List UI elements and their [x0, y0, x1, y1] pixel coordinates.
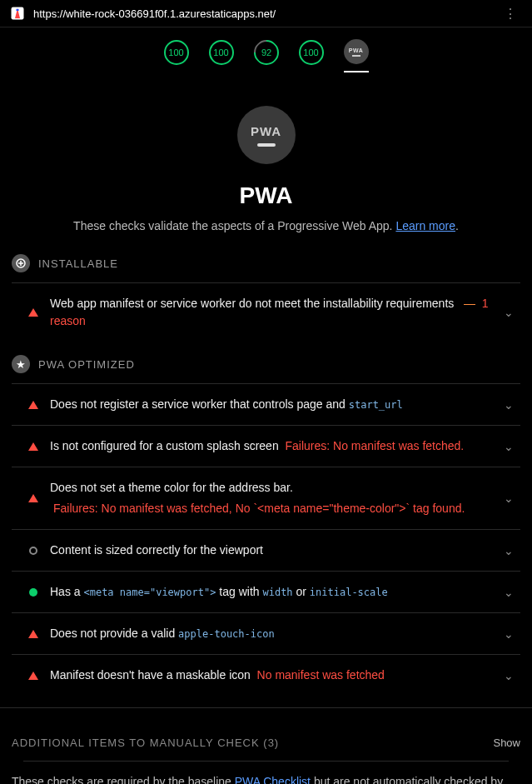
group-title: INSTALLABLE — [38, 257, 118, 270]
audit-text: Is not configured for a custom splash sc… — [50, 437, 492, 455]
fail-icon — [28, 630, 38, 638]
score-value: 100 — [303, 47, 318, 57]
chevron-down-icon: ⌄ — [504, 440, 514, 453]
audit-text: Manifest doesn't have a maskable icon No… — [50, 667, 492, 684]
tab-best-practices[interactable]: 92 — [254, 39, 279, 72]
score-value: 100 — [168, 47, 183, 57]
pwa-hero-badge: PWA — [237, 106, 296, 164]
group-header-optimized: ★ PWA OPTIMIZED — [12, 342, 520, 383]
neutral-icon — [28, 547, 38, 555]
plus-circle-icon — [12, 254, 30, 272]
audit-apple-touch-icon[interactable]: Does not provide a valid apple-touch-ico… — [12, 612, 520, 654]
hero-section: PWA PWA These checks validate the aspect… — [0, 81, 532, 241]
page-url: https://white-rock-036691f0f.1.azurestat… — [33, 7, 499, 20]
score-value: 100 — [213, 47, 228, 57]
page-subtitle: These checks validate the aspects of a P… — [0, 219, 532, 232]
chevron-down-icon: ⌄ — [504, 627, 514, 641]
audit-theme-color[interactable]: Does not set a theme color for the addre… — [12, 467, 520, 529]
chevron-down-icon: ⌄ — [504, 492, 514, 505]
pwa-checklist-link[interactable]: PWA Checklist — [235, 775, 311, 784]
chevron-down-icon: ⌄ — [504, 398, 514, 412]
chevron-down-icon: ⌄ — [504, 544, 514, 557]
menu-kebab-icon[interactable]: ⋮ — [499, 6, 522, 22]
additional-description: These checks are required by the baselin… — [12, 762, 520, 784]
chevron-down-icon: ⌄ — [504, 669, 514, 682]
star-circle-icon: ★ — [12, 355, 30, 373]
fail-icon — [28, 308, 38, 317]
additional-section: ADDITIONAL ITEMS TO MANUALLY CHECK (3) S… — [0, 707, 532, 784]
audit-content-viewport[interactable]: Content is sized correctly for the viewp… — [12, 529, 520, 571]
category-tabs: 100 100 92 100 PWA — [0, 27, 532, 81]
tab-accessibility[interactable]: 100 — [209, 39, 234, 72]
report-content: 100 100 92 100 PWA PWA PWA These checks … — [0, 27, 532, 784]
group-header-installable: INSTALLABLE — [12, 241, 520, 282]
topbar: https://white-rock-036691f0f.1.azurestat… — [0, 0, 532, 27]
fail-icon — [28, 494, 38, 502]
audit-maskable-icon[interactable]: Manifest doesn't have a maskable icon No… — [12, 654, 520, 696]
group-title: PWA OPTIMIZED — [38, 358, 135, 371]
audit-service-worker[interactable]: Does not register a service worker that … — [12, 383, 520, 425]
audit-text: Does not register a service worker that … — [50, 396, 492, 413]
tab-performance[interactable]: 100 — [164, 39, 189, 72]
audit-text: Content is sized correctly for the viewp… — [50, 542, 492, 559]
audit-meta-viewport[interactable]: Has a <meta name="viewport"> tag with wi… — [12, 571, 520, 612]
additional-title: ADDITIONAL ITEMS TO MANUALLY CHECK (3) — [12, 737, 279, 749]
audit-text: Web app manifest or service worker do no… — [50, 295, 492, 330]
tab-pwa[interactable]: PWA — [344, 39, 369, 72]
fail-icon — [28, 672, 38, 680]
svg-rect-2 — [17, 9, 19, 11]
pwa-badge-label: PWA — [251, 124, 281, 138]
installable-section: INSTALLABLE Web app manifest or service … — [0, 241, 532, 342]
score-value: 92 — [261, 47, 271, 57]
audit-text: Does not provide a valid apple-touch-ico… — [50, 625, 492, 642]
lighthouse-icon — [10, 6, 25, 21]
pass-icon — [28, 588, 38, 597]
audit-installability[interactable]: Web app manifest or service worker do no… — [12, 282, 520, 342]
fail-icon — [28, 442, 38, 451]
optimized-section: ★ PWA OPTIMIZED Does not register a serv… — [0, 342, 532, 696]
chevron-down-icon: ⌄ — [504, 306, 514, 319]
audit-text: Has a <meta name="viewport"> tag with wi… — [50, 583, 492, 601]
chevron-down-icon: ⌄ — [504, 586, 514, 599]
page-title: PWA — [0, 182, 532, 209]
tab-seo[interactable]: 100 — [299, 39, 324, 72]
learn-more-link[interactable]: Learn more — [395, 219, 455, 232]
fail-icon — [28, 401, 38, 409]
show-button[interactable]: Show — [493, 737, 520, 749]
pwa-badge-text: PWA — [349, 47, 363, 53]
audit-text: Does not set a theme color for the addre… — [50, 479, 492, 517]
audit-splash-screen[interactable]: Is not configured for a custom splash sc… — [12, 425, 520, 467]
